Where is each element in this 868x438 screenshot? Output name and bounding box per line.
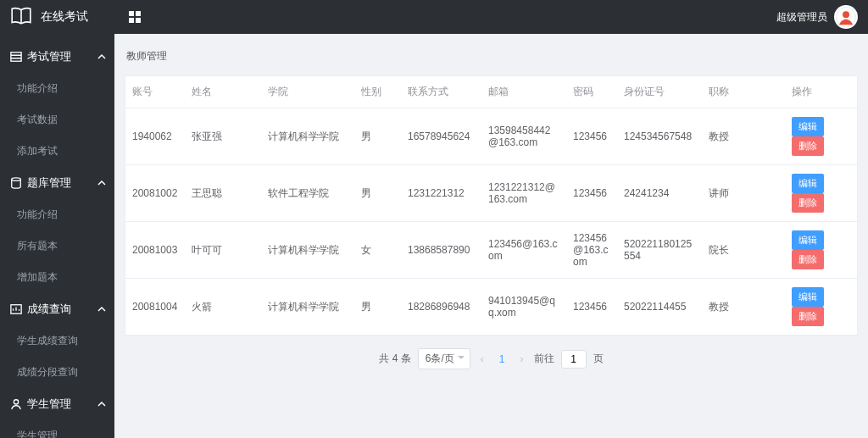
sidebar: 考试管理 功能介绍 考试数据 添加考试 题库管理 功能介绍 所有题本 增加题本 … (0, 34, 114, 438)
avatar (834, 5, 858, 29)
sidebar-item[interactable]: 学生管理 (0, 420, 114, 438)
cell-ops: 编辑删除 (785, 165, 857, 222)
cell-phone: 1231221312 (401, 165, 481, 222)
pagination: 共 4 条 6条/页 ‹ 1 › 前往 页 (125, 336, 858, 374)
cell-email: 13598458442@163.com (481, 108, 566, 165)
cell-password: 123456 (566, 108, 617, 165)
chevron-up-icon (97, 51, 106, 64)
cell-account: 20081004 (125, 279, 185, 335)
user-icon (10, 398, 22, 410)
cell-college: 计算机科学学院 (261, 279, 354, 335)
delete-button[interactable]: 删除 (792, 307, 824, 326)
page-number[interactable]: 1 (494, 353, 510, 365)
cell-idcard: 124534567548 (617, 108, 702, 165)
cell-title: 教授 (702, 108, 744, 165)
cell-ops: 编辑删除 (785, 108, 857, 165)
sidebar-item[interactable]: 添加考试 (0, 136, 114, 167)
cell-phone: 13868587890 (401, 222, 481, 279)
sidebar-group-score[interactable]: 成绩查询 (0, 293, 114, 325)
sidebar-item[interactable]: 功能介绍 (0, 73, 114, 104)
cell-name: 火箭 (185, 279, 261, 335)
user-role-label: 超级管理员 (776, 10, 827, 25)
delete-button[interactable]: 删除 (792, 193, 824, 213)
sidebar-item[interactable]: 增加题本 (0, 262, 114, 293)
th-phone: 联系方式 (401, 76, 481, 108)
svg-rect-0 (129, 11, 134, 16)
svg-point-9 (14, 400, 18, 404)
th-email: 邮箱 (481, 76, 566, 108)
cell-password: 123456 (566, 279, 617, 335)
table-row: 1940062张亚强计算机科学学院男1657894562413598458442… (125, 108, 857, 165)
svg-rect-1 (136, 11, 141, 16)
cell-title: 院长 (702, 222, 744, 279)
logo: 在线考试 (10, 5, 108, 30)
list-icon (10, 51, 22, 63)
user-block[interactable]: 超级管理员 (776, 5, 858, 29)
cell-phone: 16578945624 (401, 108, 481, 165)
chevron-up-icon (97, 177, 106, 190)
sidebar-item[interactable]: 学生成绩查询 (0, 325, 114, 357)
sidebar-item[interactable]: 功能介绍 (0, 199, 114, 230)
cell-email: 123456@163.com (481, 222, 566, 279)
cell-name: 张亚强 (185, 108, 261, 165)
th-idcard: 身份证号 (617, 76, 702, 108)
table-row: 20081004火箭计算机科学学院男18286896948941013945@q… (125, 279, 857, 335)
th-password: 密码 (566, 76, 617, 108)
edit-button[interactable]: 编辑 (792, 117, 824, 136)
cell-college: 计算机科学学院 (261, 222, 354, 279)
page-size-select[interactable]: 6条/页 (418, 348, 470, 369)
th-gender: 性别 (354, 76, 401, 108)
svg-rect-6 (11, 53, 21, 62)
cell-blank (744, 279, 785, 335)
db-icon (10, 177, 22, 189)
cell-gender: 男 (354, 279, 401, 335)
cell-gender: 男 (354, 108, 401, 165)
prev-page-icon[interactable]: ‹ (477, 353, 487, 365)
cell-title: 讲师 (702, 165, 744, 222)
app-title: 在线考试 (41, 9, 88, 25)
edit-button[interactable]: 编辑 (792, 174, 824, 193)
top-header: 在线考试 超级管理员 (0, 0, 868, 34)
page-title: 教师管理 (125, 44, 858, 75)
cell-college: 软件工程学院 (261, 165, 354, 222)
th-college: 学院 (261, 76, 354, 108)
table-header-row: 账号 姓名 学院 性别 联系方式 邮箱 密码 身份证号 职称 操作 (125, 76, 857, 108)
sidebar-item[interactable]: 考试数据 (0, 104, 114, 136)
th-name: 姓名 (185, 76, 261, 108)
main-content: 教师管理 账号 姓名 学院 性别 联系方式 邮箱 密码 (114, 34, 868, 438)
cell-email: 941013945@qq.xom (481, 279, 566, 335)
delete-button[interactable]: 删除 (792, 136, 824, 156)
edit-button[interactable]: 编辑 (792, 230, 824, 250)
th-account: 账号 (125, 76, 185, 108)
cell-account: 20081003 (125, 222, 185, 279)
cell-email: 1231221312@163.com (481, 165, 566, 222)
sidebar-item[interactable]: 所有题本 (0, 230, 114, 262)
cell-phone: 18286896948 (401, 279, 481, 335)
teacher-table: 账号 姓名 学院 性别 联系方式 邮箱 密码 身份证号 职称 操作 194006… (125, 75, 858, 336)
goto-input[interactable] (561, 350, 587, 369)
cell-ops: 编辑删除 (785, 222, 857, 279)
sidebar-group-exam[interactable]: 考试管理 (0, 41, 114, 73)
cell-idcard: 520221180125554 (617, 222, 702, 279)
cell-gender: 女 (354, 222, 401, 279)
th-blank (744, 76, 785, 108)
page-suffix: 页 (593, 352, 604, 366)
cell-name: 叶可可 (185, 222, 261, 279)
delete-button[interactable]: 删除 (792, 250, 824, 269)
sidebar-group-student[interactable]: 学生管理 (0, 388, 114, 420)
cell-ops: 编辑删除 (785, 279, 857, 335)
svg-point-5 (843, 11, 849, 18)
cell-password: 123456@163.com (566, 222, 617, 279)
cell-account: 1940062 (125, 108, 185, 165)
chevron-up-icon (97, 398, 106, 411)
sidebar-group-question[interactable]: 题库管理 (0, 167, 114, 199)
edit-button[interactable]: 编辑 (792, 287, 824, 307)
grid-menu-icon[interactable] (128, 10, 142, 24)
table-row: 20081002王思聪软件工程学院男12312213121231221312@1… (125, 165, 857, 222)
sidebar-item[interactable]: 成绩分段查询 (0, 357, 114, 388)
cell-blank (744, 165, 785, 222)
cell-blank (744, 108, 785, 165)
cell-idcard: 52022114455 (617, 279, 702, 335)
cell-title: 教授 (702, 279, 744, 335)
next-page-icon[interactable]: › (517, 353, 527, 365)
